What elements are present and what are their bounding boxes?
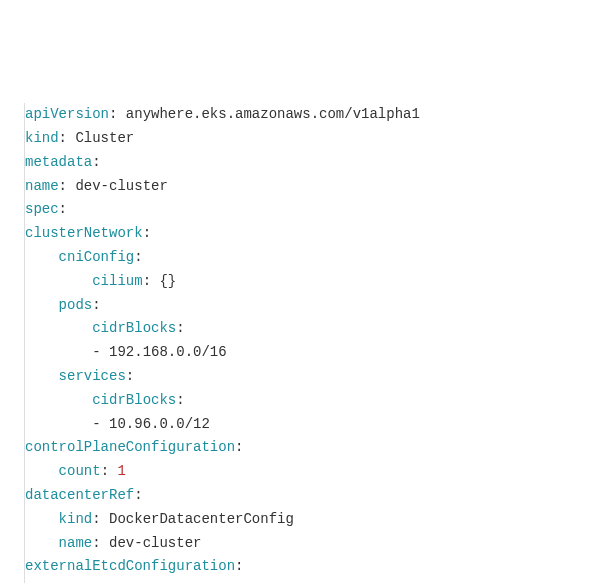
yaml-colon: : [92,154,100,170]
yaml-colon: : [92,535,100,551]
yaml-colon: : [92,297,100,313]
yaml-key: name [59,535,93,551]
yaml-code-block: apiVersion: anywhere.eks.amazonaws.com/v… [24,103,592,583]
yaml-colon: : [92,511,100,527]
yaml-key: cniConfig [59,249,135,265]
yaml-value: dev-cluster [101,535,202,551]
yaml-colon: : [59,201,67,217]
yaml-key: controlPlaneConfiguration [25,439,235,455]
yaml-value: 1 [109,463,126,479]
code-line: count: 1 [25,579,592,583]
yaml-key: datacenterRef [25,487,134,503]
code-line: kind: Cluster [25,127,592,151]
code-line: externalEtcdConfiguration: [25,555,592,579]
yaml-colon: : [143,225,151,241]
yaml-key: kind [25,130,59,146]
yaml-colon: : [101,463,109,479]
code-line: name: dev-cluster [25,532,592,556]
yaml-colon: : [134,487,142,503]
yaml-key: externalEtcdConfiguration [25,558,235,574]
code-line: cidrBlocks: [25,317,592,341]
yaml-value: 10.96.0.0/12 [109,416,210,432]
yaml-key: pods [59,297,93,313]
yaml-key: apiVersion [25,106,109,122]
code-line: pods: [25,294,592,318]
code-line: clusterNetwork: [25,222,592,246]
yaml-colon: : [176,320,184,336]
code-line: apiVersion: anywhere.eks.amazonaws.com/v… [25,103,592,127]
code-line: count: 1 [25,460,592,484]
code-line: cilium: {} [25,270,592,294]
code-line: - 192.168.0.0/16 [25,341,592,365]
code-line: metadata: [25,151,592,175]
yaml-key: cilium [92,273,142,289]
yaml-key: spec [25,201,59,217]
code-line: datacenterRef: [25,484,592,508]
yaml-value: Cluster [67,130,134,146]
yaml-value: 192.168.0.0/16 [109,344,227,360]
yaml-key: clusterNetwork [25,225,143,241]
yaml-value: DockerDatacenterConfig [101,511,294,527]
yaml-key: count [59,463,101,479]
yaml-value: anywhere.eks.amazonaws.com/v1alpha1 [117,106,419,122]
yaml-value: {} [151,273,176,289]
code-line: name: dev-cluster [25,175,592,199]
yaml-dash: - [92,344,109,360]
yaml-key: cidrBlocks [92,392,176,408]
yaml-colon: : [235,439,243,455]
yaml-colon: : [59,130,67,146]
yaml-colon: : [235,558,243,574]
yaml-colon: : [143,273,151,289]
yaml-colon: : [59,178,67,194]
code-line: services: [25,365,592,389]
yaml-key: services [59,368,126,384]
yaml-value: dev-cluster [67,178,168,194]
code-line: cniConfig: [25,246,592,270]
yaml-colon: : [176,392,184,408]
yaml-key: kind [59,511,93,527]
code-line: spec: [25,198,592,222]
yaml-colon: : [126,368,134,384]
yaml-key: metadata [25,154,92,170]
yaml-dash: - [92,416,109,432]
code-line: controlPlaneConfiguration: [25,436,592,460]
code-line: - 10.96.0.0/12 [25,413,592,437]
code-line: cidrBlocks: [25,389,592,413]
code-line: kind: DockerDatacenterConfig [25,508,592,532]
yaml-key: cidrBlocks [92,320,176,336]
yaml-colon: : [134,249,142,265]
yaml-key: name [25,178,59,194]
